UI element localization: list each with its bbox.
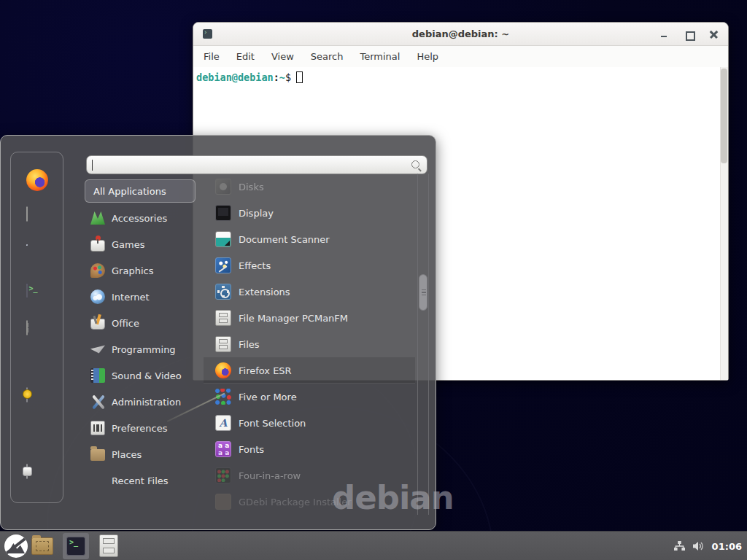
app-font-selection[interactable]: Font Selection [204, 410, 415, 436]
terminal-scrollbar[interactable] [720, 67, 728, 380]
app-files[interactable]: Files [204, 331, 415, 357]
gdebi-icon [215, 494, 231, 510]
minimize-button[interactable] [660, 31, 668, 39]
menu-logo-icon [4, 534, 28, 558]
extensions-icon [215, 284, 231, 300]
graphics-icon [90, 263, 105, 278]
internet-icon [90, 289, 105, 304]
administration-icon [90, 394, 105, 409]
category-administration[interactable]: Administration [85, 389, 196, 415]
favorite-firefox[interactable] [25, 168, 50, 192]
app-five-or-more[interactable]: Five or More [204, 384, 415, 410]
terminal-launcher-active[interactable] [63, 533, 89, 559]
software-icon [26, 206, 28, 222]
menubar-item-help[interactable]: Help [417, 51, 438, 62]
app-display[interactable]: Display [204, 200, 415, 226]
taskbar: 01:06 [0, 531, 747, 560]
menu-button[interactable] [4, 534, 28, 558]
maximize-button[interactable] [685, 31, 693, 39]
app-extensions[interactable]: Extensions [204, 279, 415, 305]
system-tray: 01:06 [673, 532, 747, 560]
network-icon[interactable] [673, 540, 686, 552]
app-label: Five or More [239, 392, 297, 402]
application-list: DisksDisplayDocument ScannerEffectsExten… [204, 174, 415, 515]
office-icon [90, 319, 105, 330]
files-launcher[interactable] [99, 534, 118, 557]
shutdown-icon [26, 464, 28, 479]
search-input[interactable] [86, 155, 427, 174]
category-label: Sound & Video [112, 370, 182, 381]
category-recent-files[interactable]: Recent Files [85, 467, 196, 494]
favorite-terminal[interactable] [25, 282, 50, 307]
file-cabinet-icon [99, 534, 118, 557]
lock-screen-icon [26, 387, 28, 402]
file-manager-launcher[interactable] [31, 537, 53, 555]
menu-scrollbar-thumb[interactable] [419, 274, 427, 311]
favorite-software[interactable] [25, 206, 50, 230]
category-preferences[interactable]: Preferences [85, 415, 196, 441]
programming-icon [90, 342, 105, 357]
clock[interactable]: 01:06 [712, 541, 742, 552]
favorite-shutdown[interactable] [25, 463, 50, 488]
app-firefox-esr[interactable]: Firefox ESR [204, 357, 415, 384]
window-controls [660, 23, 718, 46]
terminal-titlebar[interactable]: debian@debian: ~ [193, 23, 728, 46]
menubar-item-view[interactable]: View [271, 51, 294, 62]
app-label: Font Selection [239, 418, 306, 429]
category-label: Accessories [112, 213, 167, 224]
category-label: Places [112, 449, 142, 460]
category-graphics[interactable]: Graphics [85, 257, 196, 284]
category-sound-video[interactable]: Sound & Video [85, 362, 196, 389]
category-label: Programming [112, 344, 176, 355]
app-label: Files [239, 339, 260, 350]
app-label: Four-in-a-row [239, 470, 301, 481]
category-programming[interactable]: Programming [85, 336, 196, 362]
menubar-item-edit[interactable]: Edit [236, 51, 255, 62]
category-places[interactable]: Places [85, 441, 196, 467]
category-accessories[interactable]: Accessories [85, 205, 196, 231]
places-icon [90, 449, 105, 461]
app-document-scanner[interactable]: Document Scanner [204, 226, 415, 252]
category-label: Games [112, 239, 144, 250]
four-in-a-row-icon [215, 467, 231, 483]
app-fonts[interactable]: Fonts [204, 436, 415, 462]
menubar-item-search[interactable]: Search [311, 51, 344, 62]
app-effects[interactable]: Effects [204, 252, 415, 279]
app-label: Fonts [239, 444, 264, 455]
category-games[interactable]: Games [85, 231, 196, 257]
terminal-menubar: FileEditViewSearchTerminalHelp [193, 46, 728, 67]
app-label: Display [239, 208, 274, 219]
app-label: Document Scanner [239, 234, 330, 245]
favorite-file-manager[interactable] [25, 319, 50, 344]
app-file-manager-pcmanfm[interactable]: File Manager PCManFM [204, 305, 415, 331]
category-office[interactable]: Office [85, 310, 196, 336]
menu-scrollbar[interactable] [417, 174, 429, 515]
screen: debian@debian: ~ FileEditViewSearchTermi… [0, 0, 747, 560]
window-title: debian@debian: ~ [412, 28, 509, 39]
accessories-icon [90, 211, 105, 225]
category-label: Office [112, 318, 139, 329]
menubar-item-terminal[interactable]: Terminal [360, 51, 400, 62]
terminal-scrollbar-thumb[interactable] [721, 69, 727, 163]
prompt-symbol: $ [285, 71, 291, 83]
volume-icon[interactable] [692, 540, 705, 552]
file-cabinet-icon [215, 310, 231, 326]
category-label: All Applications [93, 186, 166, 197]
terminal-app-icon [203, 29, 212, 39]
category-internet[interactable]: Internet [85, 284, 196, 310]
app-label: Effects [239, 260, 271, 271]
favorite-pidgin[interactable] [25, 244, 50, 268]
search-icon [411, 160, 422, 171]
fonts-icon [215, 441, 231, 457]
favorite-log-out[interactable] [25, 424, 50, 449]
close-button[interactable] [710, 31, 718, 39]
menubar-item-file[interactable]: File [204, 51, 220, 62]
document-scanner-icon [215, 231, 231, 247]
category-list: All ApplicationsAccessoriesGamesGraphics… [85, 179, 196, 494]
app-disks[interactable]: Disks [204, 174, 415, 200]
category-all-applications[interactable]: All Applications [85, 179, 196, 203]
favorite-lock-screen[interactable] [25, 386, 50, 411]
text-caret [92, 160, 93, 171]
games-icon [90, 240, 105, 252]
terminal-cursor [296, 71, 303, 83]
